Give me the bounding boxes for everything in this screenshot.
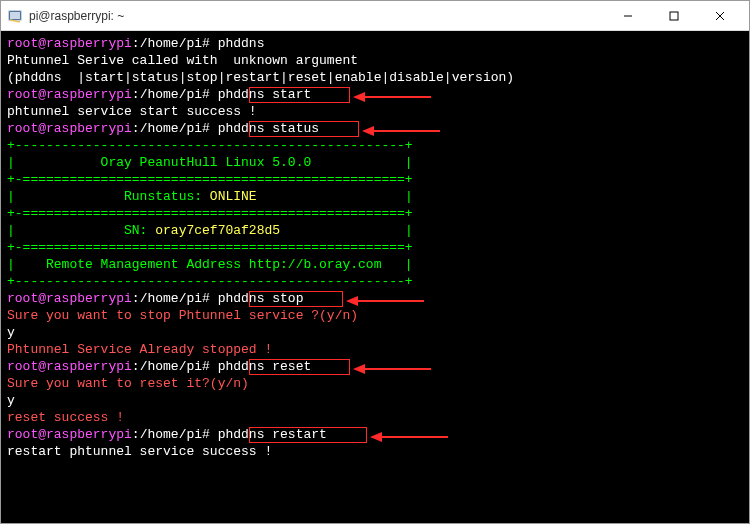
status-border: +---------------------------------------… [7, 273, 743, 290]
putty-icon [7, 8, 23, 24]
minimize-button[interactable] [605, 1, 651, 31]
status-remote: | Remote Management Address http://b.ora… [7, 256, 743, 273]
status-border: +---------------------------------------… [7, 137, 743, 154]
output-confirm-stop: Sure you want to stop Phtunnel service ?… [7, 307, 743, 324]
cmd-restart: phddns restart [218, 427, 327, 442]
status-sn: | SN: oray7cef70af28d5 | [7, 222, 743, 239]
cmd-reset: phddns reset [218, 359, 312, 374]
cmd-start: phddns start [218, 87, 312, 102]
input-y: y [7, 392, 743, 409]
prompt-line: root@raspberrypi:/home/pi# phddns reset [7, 358, 743, 375]
status-title: | Oray PeanutHull Linux 5.0.0 | [7, 154, 743, 171]
prompt-line: root@raspberrypi:/home/pi# phddns stop [7, 290, 743, 307]
status-runstatus: | Runstatus: ONLINE | [7, 188, 743, 205]
prompt-userhost: root@raspberrypi [7, 36, 132, 51]
cmd-status: phddns status [218, 121, 319, 136]
titlebar[interactable]: pi@raspberrypi: ~ [1, 1, 749, 31]
output-reset-success: reset success ! [7, 409, 743, 426]
status-border: +-======================================… [7, 171, 743, 188]
svg-rect-1 [10, 12, 20, 19]
prompt-path: :/home/pi# [132, 36, 210, 51]
terminal-area[interactable]: root@raspberrypi:/home/pi# phddns Phtunn… [1, 31, 749, 523]
status-border: +-======================================… [7, 205, 743, 222]
cmd-phddns: phddns [218, 36, 265, 51]
cmd-stop: phddns stop [218, 291, 304, 306]
prompt-line: root@raspberrypi:/home/pi# phddns start [7, 86, 743, 103]
output-stopped: Phtunnel Service Already stopped ! [7, 341, 743, 358]
output-start-success: phtunnel service start success ! [7, 103, 743, 120]
window-title: pi@raspberrypi: ~ [29, 9, 605, 23]
svg-rect-4 [670, 12, 678, 20]
window-controls [605, 1, 743, 31]
close-button[interactable] [697, 1, 743, 31]
prompt-line: root@raspberrypi:/home/pi# phddns restar… [7, 426, 743, 443]
output-restart-success: restart phtunnel service success ! [7, 443, 743, 460]
prompt-line: root@raspberrypi:/home/pi# phddns status [7, 120, 743, 137]
output-confirm-reset: Sure you want to reset it?(y/n) [7, 375, 743, 392]
output-unknown: Phtunnel Serive called with unknown argu… [7, 52, 743, 69]
prompt-line: root@raspberrypi:/home/pi# phddns [7, 35, 743, 52]
maximize-button[interactable] [651, 1, 697, 31]
output-usage: (phddns |start|status|stop|restart|reset… [7, 69, 743, 86]
status-border: +-======================================… [7, 239, 743, 256]
putty-window: pi@raspberrypi: ~ root@raspberrypi:/home… [0, 0, 750, 524]
input-y: y [7, 324, 743, 341]
